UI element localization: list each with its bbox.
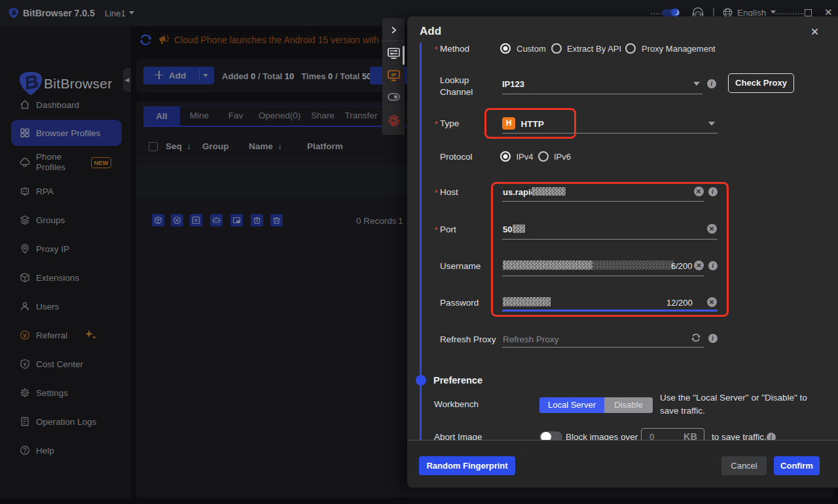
svg-text:IP: IP [392, 72, 397, 78]
